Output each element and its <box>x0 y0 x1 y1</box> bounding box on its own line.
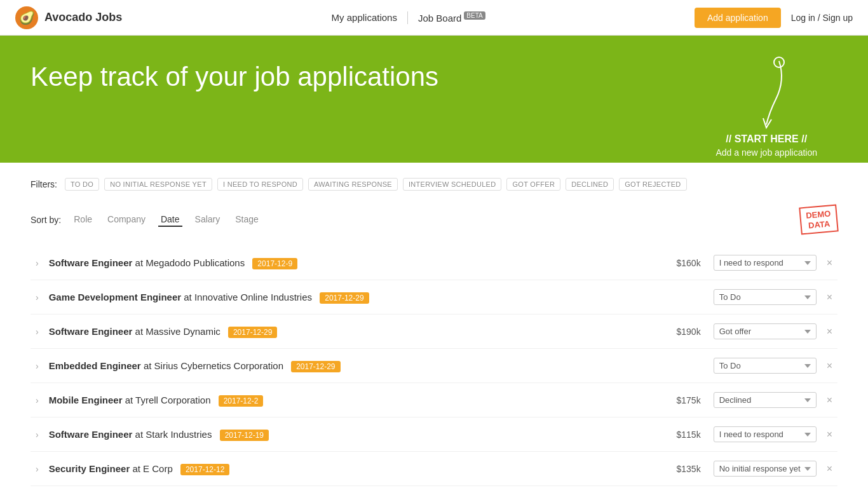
expand-chevron[interactable]: › <box>31 430 44 440</box>
expand-chevron[interactable]: › <box>31 361 44 371</box>
app-company: Tyrell Corporation <box>135 395 210 405</box>
hero-subtitle: Add a new job application <box>715 147 817 158</box>
app-stage-select[interactable]: I need to respondTo DoGot offerAwaiting … <box>714 289 817 305</box>
sort-option-stage[interactable]: Stage <box>233 213 261 227</box>
app-salary: $160k <box>663 258 701 268</box>
applications-list: › Software Engineer at Megadodo Publicat… <box>31 246 837 488</box>
app-at: at <box>184 292 194 302</box>
nav-right: Add application Log in / Sign up <box>695 8 853 28</box>
filter-tag[interactable]: AWAITING RESPONSE <box>308 178 398 191</box>
sort-row: Sort by: RoleCompanyDateSalaryStage DEMO… <box>31 206 837 233</box>
app-stage-select[interactable]: I need to respondTo DoGot offerAwaiting … <box>714 358 817 374</box>
filter-tag[interactable]: GOT OFFER <box>506 178 560 191</box>
expand-chevron[interactable]: › <box>31 327 44 337</box>
login-link[interactable]: Log in / Sign up <box>791 13 853 23</box>
sort-option-salary[interactable]: Salary <box>193 213 223 227</box>
expand-chevron[interactable]: › <box>31 464 44 474</box>
app-title: Software Engineer at Stark Industries 20… <box>49 429 658 440</box>
app-salary: $115k <box>663 430 701 440</box>
filter-tag[interactable]: TO DO <box>65 178 99 191</box>
main-nav: My applications Job BoardBETA <box>322 11 496 24</box>
table-row: › Game Development Engineer at Innovativ… <box>31 280 837 315</box>
filter-tag[interactable]: I NEED TO RESPOND <box>217 178 303 191</box>
demo-badge: DEMO DATA <box>799 205 839 235</box>
main-content: Filters: TO DONO INITIAL RESPONSE YETI N… <box>0 163 868 488</box>
table-row: › Mobile Engineer at Tyrell Corporation … <box>31 383 837 417</box>
app-at: at <box>132 463 143 474</box>
app-at: at <box>125 395 135 405</box>
nav-my-applications[interactable]: My applications <box>322 12 407 23</box>
remove-application-button[interactable]: × <box>822 360 837 372</box>
app-role: Software Engineer <box>49 429 133 440</box>
nav-job-board[interactable]: Job BoardBETA <box>408 12 496 24</box>
remove-application-button[interactable]: × <box>822 257 837 269</box>
table-row: › Security Engineer at E Corp 2017-12-12… <box>31 452 837 486</box>
filter-tag[interactable]: GOT REJECTED <box>619 178 686 191</box>
app-date-badge: 2017-12-29 <box>291 361 340 372</box>
app-name: Avocado Jobs <box>44 11 122 24</box>
table-row: › Software Engineer at Massive Dynamic 2… <box>31 315 837 349</box>
filter-tag[interactable]: NO INITIAL RESPONSE YET <box>104 178 212 191</box>
app-title: Software Engineer at Megadodo Publicatio… <box>49 257 658 268</box>
app-company: Massive Dynamic <box>146 326 220 337</box>
app-salary: $135k <box>663 464 701 474</box>
app-title: Software Engineer at Massive Dynamic 201… <box>49 326 658 337</box>
app-stage-select[interactable]: I need to respondTo DoGot offerAwaiting … <box>714 461 817 477</box>
header: 🥑 Avocado Jobs My applications Job Board… <box>0 0 868 36</box>
app-date-badge: 2017-12-29 <box>228 327 277 338</box>
hero-title: Keep track of your job applications <box>31 61 475 93</box>
app-company: Megadodo Publications <box>146 257 245 268</box>
app-at: at <box>135 429 146 440</box>
sort-options: RoleCompanyDateSalaryStage <box>71 213 261 227</box>
app-company: Innovative Online Industries <box>194 292 312 302</box>
remove-application-button[interactable]: × <box>822 395 837 406</box>
app-at: at <box>144 360 154 371</box>
table-row: › Software Engineer at Stark Industries … <box>31 417 837 452</box>
expand-chevron[interactable]: › <box>31 258 44 268</box>
app-company: Sirius Cybernetics Corporation <box>154 360 283 371</box>
app-role: Mobile Engineer <box>49 395 123 405</box>
app-stage-select[interactable]: I need to respondTo DoGot offerAwaiting … <box>714 323 817 339</box>
app-at: at <box>135 257 146 268</box>
logo-icon: 🥑 <box>15 6 38 29</box>
app-title: Embedded Engineer at Sirius Cybernetics … <box>49 360 658 371</box>
sort-option-role[interactable]: Role <box>71 213 95 227</box>
app-company: E Corp <box>143 463 173 474</box>
remove-application-button[interactable]: × <box>822 292 837 303</box>
logo[interactable]: 🥑 Avocado Jobs <box>15 6 122 29</box>
table-row: › Software Engineer at Megadodo Publicat… <box>31 246 837 280</box>
table-row: › Embedded Engineer at Sirius Cybernetic… <box>31 349 837 383</box>
remove-application-button[interactable]: × <box>822 326 837 337</box>
app-role: Software Engineer <box>49 326 133 337</box>
filter-tags: TO DONO INITIAL RESPONSE YETI NEED TO RE… <box>65 178 687 191</box>
filter-tag[interactable]: DECLINED <box>566 178 614 191</box>
app-title: Security Engineer at E Corp 2017-12-12 <box>49 463 658 474</box>
expand-chevron[interactable]: › <box>31 292 44 302</box>
app-role: Game Development Engineer <box>49 292 181 302</box>
remove-application-button[interactable]: × <box>822 429 837 440</box>
app-date-badge: 2017-12-12 <box>180 464 229 475</box>
app-date-badge: 2017-12-29 <box>320 292 369 304</box>
app-stage-select[interactable]: I need to respondTo DoGot offerAwaiting … <box>714 255 817 271</box>
app-title: Mobile Engineer at Tyrell Corporation 20… <box>49 395 658 405</box>
app-date-badge: 2017-12-9 <box>252 258 297 269</box>
app-salary: $190k <box>663 327 701 337</box>
sort-option-date[interactable]: Date <box>158 213 182 227</box>
filter-tag[interactable]: INTERVIEW SCHEDULED <box>403 178 502 191</box>
app-date-badge: 2017-12-2 <box>219 395 264 407</box>
hero-start-label: // START HERE // <box>715 133 817 145</box>
beta-badge: BETA <box>464 11 485 20</box>
app-role: Software Engineer <box>49 257 133 268</box>
app-date-badge: 2017-12-19 <box>220 430 269 441</box>
filters-label: Filters: <box>31 179 57 189</box>
expand-chevron[interactable]: › <box>31 395 44 405</box>
app-company: Stark Industries <box>146 429 212 440</box>
sort-option-company[interactable]: Company <box>105 213 148 227</box>
app-at: at <box>135 326 146 337</box>
app-stage-select[interactable]: I need to respondTo DoGot offerAwaiting … <box>714 392 817 408</box>
add-application-button[interactable]: Add application <box>695 8 781 28</box>
remove-application-button[interactable]: × <box>822 463 837 475</box>
app-role: Embedded Engineer <box>49 360 141 371</box>
app-stage-select[interactable]: I need to respondTo DoGot offerAwaiting … <box>714 426 817 442</box>
sort-label: Sort by: <box>31 215 61 225</box>
